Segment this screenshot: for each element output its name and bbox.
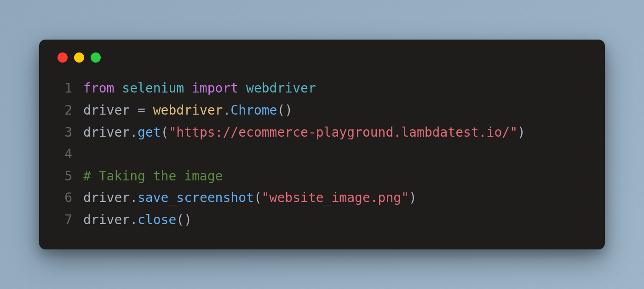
code-token: webdriver bbox=[153, 103, 223, 118]
code-line: 2driver = webdriver.Chrome() bbox=[58, 99, 586, 121]
maximize-icon[interactable] bbox=[91, 52, 101, 63]
code-token: . bbox=[223, 103, 230, 118]
line-content bbox=[83, 143, 586, 165]
code-token: . bbox=[130, 212, 138, 227]
code-token: driver bbox=[83, 190, 130, 205]
code-token: driver bbox=[83, 103, 130, 118]
code-token bbox=[238, 81, 246, 96]
code-token: = bbox=[138, 103, 145, 118]
code-line: 7driver.close() bbox=[58, 209, 586, 231]
line-number: 1 bbox=[58, 77, 72, 99]
line-number: 7 bbox=[58, 209, 72, 231]
code-token bbox=[145, 103, 153, 118]
code-token: "https://ecommerce-playground.lambdatest… bbox=[168, 125, 518, 140]
line-number: 6 bbox=[58, 187, 72, 209]
code-token: save_screenshot bbox=[138, 190, 254, 205]
code-token: ) bbox=[409, 190, 417, 205]
code-token: ( bbox=[254, 190, 262, 205]
code-token: close bbox=[138, 212, 176, 227]
code-line: 1from selenium import webdriver bbox=[58, 77, 586, 99]
code-token: webdriver bbox=[246, 81, 316, 96]
code-token: ( bbox=[161, 125, 169, 140]
code-token: driver bbox=[83, 125, 130, 140]
code-token: selenium bbox=[122, 81, 184, 96]
code-editor: 1from selenium import webdriver2driver =… bbox=[58, 77, 586, 231]
code-line: 3driver.get("https://ecommerce-playgroun… bbox=[58, 121, 586, 144]
code-token: . bbox=[130, 125, 138, 140]
code-token: "website_image.png" bbox=[262, 190, 409, 205]
code-token: driver bbox=[83, 212, 130, 227]
line-content: driver.get("https://ecommerce-playground… bbox=[83, 121, 586, 144]
code-window: 1from selenium import webdriver2driver =… bbox=[39, 40, 605, 249]
code-line: 5# Taking the image bbox=[58, 165, 586, 187]
code-token: ) bbox=[518, 125, 525, 140]
line-content: driver.close() bbox=[83, 209, 586, 231]
line-content: driver.save_screenshot("website_image.pn… bbox=[83, 187, 586, 209]
code-token bbox=[114, 81, 122, 96]
code-token bbox=[130, 103, 138, 118]
code-token: # Taking the image bbox=[83, 168, 223, 184]
line-number: 4 bbox=[58, 143, 72, 165]
minimize-icon[interactable] bbox=[74, 52, 84, 63]
code-token: from bbox=[83, 81, 114, 96]
line-content: driver = webdriver.Chrome() bbox=[83, 99, 586, 121]
code-line: 4 bbox=[58, 143, 586, 165]
code-token bbox=[184, 81, 192, 96]
code-line: 6driver.save_screenshot("website_image.p… bbox=[58, 187, 586, 209]
code-token: get bbox=[138, 125, 161, 140]
line-number: 5 bbox=[58, 165, 72, 187]
line-content: from selenium import webdriver bbox=[83, 77, 586, 99]
close-icon[interactable] bbox=[58, 52, 68, 63]
code-token: () bbox=[277, 103, 293, 118]
code-token: () bbox=[176, 212, 192, 227]
code-token: import bbox=[192, 81, 238, 96]
line-content: # Taking the image bbox=[83, 165, 586, 187]
code-token: . bbox=[130, 190, 138, 205]
line-number: 2 bbox=[58, 99, 72, 121]
code-token: Chrome bbox=[230, 103, 277, 118]
window-controls bbox=[58, 52, 586, 63]
line-number: 3 bbox=[58, 121, 72, 144]
